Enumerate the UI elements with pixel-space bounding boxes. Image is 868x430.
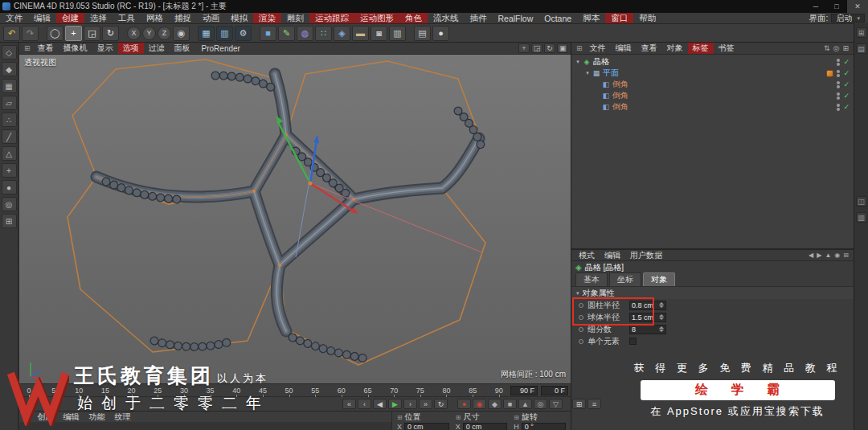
frame-tick[interactable]: 65 (364, 387, 372, 395)
orbit-view-icon[interactable]: ↻ (544, 43, 555, 53)
attribute-value-field[interactable]: 8 (629, 325, 666, 334)
object-row[interactable]: ▾ ◈ 晶格 ✓ (571, 56, 854, 68)
menu-item[interactable]: 工具 (113, 13, 141, 23)
object-manager-menu-item[interactable]: 编辑 (611, 43, 637, 54)
menu-item[interactable]: 捕捉 (169, 13, 197, 23)
attribute-value-field[interactable]: 1.5 cm (629, 313, 666, 322)
keyframe-dot[interactable] (579, 327, 583, 332)
keyframe-dot[interactable] (579, 339, 583, 344)
record-rotation-toggle[interactable]: ▲ (518, 399, 532, 409)
goto-end-button[interactable]: » (419, 399, 432, 409)
menu-item[interactable]: 网格 (141, 13, 169, 23)
texture-mode-button[interactable]: ▦ (2, 79, 17, 93)
viewport-menu-item[interactable]: 摄像机 (59, 43, 92, 54)
frame-tick[interactable]: 50 (285, 387, 293, 395)
window-control-button[interactable]: □ (826, 0, 847, 13)
render-picture-viewer-button[interactable]: ▥ (216, 26, 233, 41)
coordinate-input[interactable]: 0 ° (522, 423, 566, 430)
visibility-dots[interactable] (837, 59, 840, 66)
material-list-area[interactable] (19, 422, 391, 430)
scale-tool[interactable]: ◲ (84, 26, 100, 41)
attribute-section-header[interactable]: ▾ 对象属性 (571, 286, 854, 299)
menu-item[interactable]: 运动图形 (354, 13, 399, 23)
frame-tick[interactable]: 15 (101, 387, 109, 395)
enabled-check-icon[interactable]: ✓ (843, 103, 850, 111)
object-row[interactable]: ▾ ▦ 平面 ✓ (571, 68, 854, 79)
pan-view-icon[interactable]: + (518, 43, 530, 53)
sort-icon[interactable]: ⇅ (824, 44, 830, 52)
panel-menu-icon[interactable]: ⊞ (842, 44, 849, 52)
menu-item[interactable]: 插件 (465, 13, 493, 23)
panel-icon[interactable]: ⊞ (22, 413, 33, 421)
frame-tick[interactable]: 45 (259, 387, 267, 395)
frame-tick[interactable]: 85 (469, 387, 477, 395)
menu-item[interactable]: 脚本 (577, 13, 605, 23)
viewport-menu-item[interactable]: 显示 (92, 43, 118, 54)
frame-tick[interactable]: 70 (390, 387, 398, 395)
visibility-dots[interactable] (837, 81, 840, 88)
attribute-tab[interactable]: 坐标 (609, 272, 641, 286)
object-manager-menu-item[interactable]: 标签 (688, 43, 714, 54)
attribute-menu-item[interactable]: 编辑 (600, 250, 625, 261)
frame-tick[interactable]: 80 (442, 387, 450, 395)
frame-tick[interactable]: 0 (26, 387, 32, 395)
menu-item[interactable]: 编辑 (28, 13, 56, 23)
prorender-menu-item[interactable]: ProRender (202, 44, 240, 53)
section-expander-icon[interactable]: ▾ (576, 290, 579, 297)
frame-tick[interactable]: 60 (338, 387, 346, 395)
snap-toggle-button[interactable]: ◎ (2, 197, 17, 211)
record-parameter-toggle[interactable]: ◎ (534, 399, 547, 409)
redo-button[interactable]: ↷ (22, 26, 39, 41)
enabled-check-icon[interactable]: ✓ (843, 92, 850, 100)
menu-item[interactable]: 流水线 (428, 13, 465, 23)
viewport-config-button[interactable]: ▤ (414, 26, 431, 41)
record-scale-toggle[interactable]: ■ (503, 399, 517, 409)
spline-pen-menu[interactable]: ✎ (278, 26, 295, 41)
timeline-ruler[interactable]: 051015202530354045505560657075808590 90 … (19, 384, 571, 397)
menu-item[interactable]: 渲染 (253, 13, 281, 23)
prev-frame-button[interactable]: ◀ (373, 399, 387, 409)
3d-viewport[interactable]: 透视视图 网格间距 : 100 cm (19, 55, 571, 383)
back-icon[interactable]: ◀ (809, 252, 813, 259)
menu-item[interactable]: 文件 (0, 13, 28, 23)
enabled-check-icon[interactable]: ✓ (843, 69, 850, 77)
menu-item[interactable]: 角色 (399, 13, 428, 23)
menu-item[interactable]: 模拟 (225, 13, 253, 23)
enabled-check-icon[interactable]: ✓ (843, 58, 850, 66)
render-settings-button[interactable]: ⚙ (235, 26, 252, 41)
attribute-menu-item[interactable]: 用户数据 (625, 250, 667, 261)
menu-item[interactable]: 帮助 (633, 13, 661, 23)
dock-layers-icon[interactable]: ⊞ (856, 27, 867, 38)
menu-item[interactable]: RealFlow (493, 13, 539, 23)
deformer-menu[interactable]: ◈ (334, 26, 350, 41)
subdivision-surface-menu[interactable]: ◍ (297, 26, 313, 41)
menu-item[interactable]: 窗口 (605, 13, 633, 23)
frame-tick[interactable]: 20 (128, 387, 136, 395)
visibility-dots[interactable] (837, 104, 840, 111)
visibility-dots[interactable] (837, 70, 840, 77)
lock-icon[interactable]: ◉ (834, 252, 840, 259)
frame-tick[interactable]: 40 (232, 387, 240, 395)
live-selection-tool[interactable]: ◯ (47, 26, 63, 41)
coord-system-toggle[interactable]: ◉ (173, 26, 190, 41)
prev-key-button[interactable]: ‹ (358, 399, 371, 409)
primitive-cube-menu[interactable]: ■ (260, 26, 276, 41)
enable-axis-button[interactable]: + (2, 163, 17, 178)
frame-tick[interactable]: 90 (495, 387, 503, 395)
attribute-checkbox[interactable] (629, 338, 637, 345)
goto-start-button[interactable]: « (342, 399, 356, 409)
next-key-button[interactable]: › (403, 399, 417, 409)
zoom-view-icon[interactable]: ◲ (531, 43, 542, 53)
menu-item[interactable]: 雕刻 (281, 13, 309, 23)
window-control-button[interactable]: ─ (805, 0, 826, 13)
menu-item[interactable]: 运动跟踪 (309, 13, 354, 23)
spinner-icon[interactable] (659, 314, 664, 320)
coordinate-input[interactable]: 0 cm (463, 423, 508, 430)
window-control-button[interactable]: ✕ (847, 0, 868, 13)
viewport-menu-item[interactable]: 查看 (33, 43, 59, 54)
panel-icon[interactable]: ⊞ (22, 44, 33, 52)
maximize-view-icon[interactable]: ▣ (557, 43, 568, 53)
z-axis-lock[interactable]: Z (158, 27, 171, 40)
undo-button[interactable]: ↶ (3, 26, 20, 41)
timeline-menu-button[interactable]: ≡ (588, 399, 601, 409)
